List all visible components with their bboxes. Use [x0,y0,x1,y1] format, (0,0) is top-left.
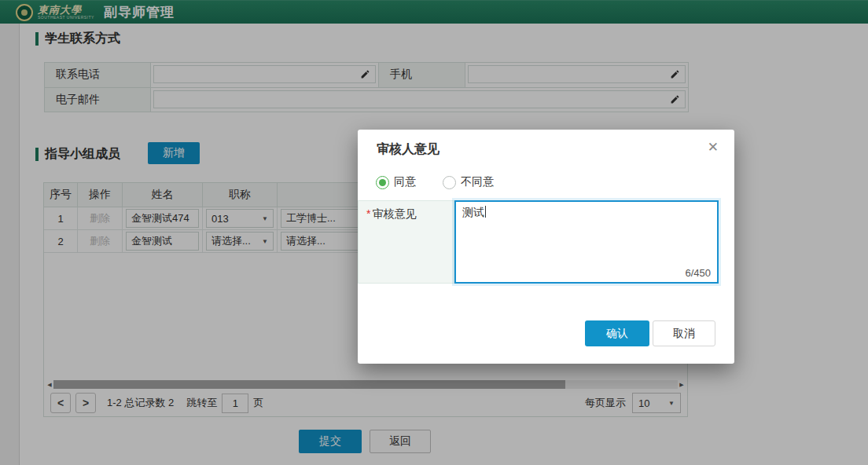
confirm-button[interactable]: 确认 [585,320,649,346]
review-comment-row: *审核意见 测试 6/450 [358,200,719,284]
dialog-title: 审核人意见 [377,141,440,158]
required-mark: * [366,207,370,220]
radio-disagree[interactable]: 不同意 [443,175,494,189]
review-comment-textarea[interactable]: 测试 6/450 [454,200,719,284]
char-counter: 6/450 [685,267,711,279]
review-opinion-dialog: 审核人意见 ✕ 同意 不同意 *审核意见 测试 6/450 确认 取消 [358,130,734,364]
review-comment-label: *审核意见 [358,200,454,284]
text-caret [485,206,486,218]
radio-agree[interactable]: 同意 [376,175,416,189]
radio-unselected-icon [443,176,456,189]
textarea-value: 测试 [462,206,484,218]
decision-radio-group: 同意 不同意 [376,175,520,189]
cancel-button[interactable]: 取消 [653,320,715,346]
radio-selected-icon [376,176,389,189]
close-icon[interactable]: ✕ [704,137,722,157]
